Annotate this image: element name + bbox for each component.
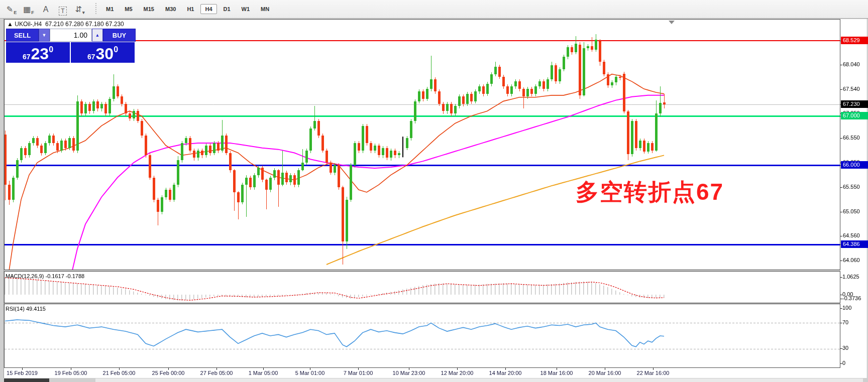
indicator-tick-label: -0.3736 xyxy=(842,295,861,301)
time-tick-label: 22 Mar 16:00 xyxy=(629,370,677,376)
price-tick-label: 65.050 xyxy=(843,208,860,214)
price-tick-label: 67.540 xyxy=(843,86,860,92)
text-label-icon[interactable]: A xyxy=(39,2,53,16)
timeframe-button-h1[interactable]: H1 xyxy=(182,4,198,14)
sell-price-sup: 0 xyxy=(49,42,53,57)
timeframe-buttons-group: M1M5M15M30H1H4D1W1MN xyxy=(100,4,275,14)
time-tick-label: 27 Feb 05:00 xyxy=(192,370,241,376)
edit-objects-icon[interactable]: ✎E xyxy=(5,2,19,16)
volume-increase-button[interactable]: ▲ xyxy=(92,29,103,42)
indicator-tick-label: 30 xyxy=(842,345,848,351)
buy-price-display[interactable]: 67 30 0 xyxy=(71,42,135,63)
sell-button[interactable]: SELL xyxy=(6,29,39,42)
indicator-tick-label: 0 xyxy=(842,360,845,366)
price-level-badge: 68.529 xyxy=(841,37,868,44)
buy-button[interactable]: BUY xyxy=(103,29,136,42)
time-tick-label: 14 Mar 20:00 xyxy=(481,370,529,376)
price-tick-label: 66.550 xyxy=(843,135,860,141)
buy-price-prefix: 67 xyxy=(87,52,95,62)
timeframe-button-mn[interactable]: MN xyxy=(256,4,274,14)
rsi-indicator-label: RSI(14) 49.4115 xyxy=(6,306,46,312)
time-tick-label: 5 Mar 01:00 xyxy=(286,370,334,376)
drawing-tools-group: ✎E▦FAT⇵▾ xyxy=(3,2,88,16)
arrows-tool-icon[interactable]: ⇵▾ xyxy=(73,2,87,16)
chart-tab-segment[interactable] xyxy=(50,378,94,382)
price-tick-label: 64.060 xyxy=(843,257,860,263)
time-tick-label: 7 Mar 01:00 xyxy=(334,370,382,376)
top-toolbar: ✎E▦FAT⇵▾ M1M5M15M30H1H4D1W1MN xyxy=(0,0,868,19)
chart-symbol-header: ▲ UKOil-,H4 67.210 67.280 67.180 67.230 xyxy=(7,21,124,28)
volume-decrease-button[interactable]: ▼ xyxy=(39,29,50,42)
time-tick-label: 20 Mar 16:00 xyxy=(581,370,629,376)
time-tick-label: 18 Mar 16:00 xyxy=(532,370,581,376)
toolbar-separator xyxy=(95,3,96,15)
timeframe-button-w1[interactable]: W1 xyxy=(237,4,255,14)
price-tick-label: 65.550 xyxy=(843,184,860,190)
chart-annotation-text: 多空转折点67 xyxy=(576,177,724,208)
buy-price-sup: 0 xyxy=(114,42,118,57)
buy-price-main: 30 xyxy=(96,46,114,62)
timeframe-button-d1[interactable]: D1 xyxy=(219,4,235,14)
time-tick-label: 21 Feb 05:00 xyxy=(95,370,143,376)
indicator-tick-label: 1.0625 xyxy=(842,274,859,280)
price-level-badge: 67.000 xyxy=(841,112,868,119)
text-box-icon[interactable]: T xyxy=(56,2,70,16)
indicator-tick-label: 70 xyxy=(842,319,848,325)
time-tick-label: 1 Mar 05:00 xyxy=(239,370,287,376)
grid-fibo-icon[interactable]: ▦F xyxy=(22,2,36,16)
timeframe-button-m15[interactable]: M15 xyxy=(139,4,159,14)
one-click-trading-panel: SELL ▼ 1.00 ▲ BUY 67 23 0 67 30 0 xyxy=(6,29,136,63)
price-tick-label: 64.560 xyxy=(843,232,860,238)
sell-price-prefix: 67 xyxy=(23,52,31,62)
price-level-badge: 64.386 xyxy=(841,240,868,248)
timeframe-button-h4[interactable]: H4 xyxy=(200,4,216,14)
price-level-badge: 67.230 xyxy=(841,100,868,108)
volume-input[interactable]: 1.00 xyxy=(50,29,92,42)
timeframe-button-m5[interactable]: M5 xyxy=(120,4,137,14)
time-tick-label: 15 Feb 2019 xyxy=(0,370,46,376)
sell-price-display[interactable]: 67 23 0 xyxy=(6,42,70,63)
ohlc-values: 67.210 67.280 67.180 67.230 xyxy=(45,21,124,28)
sell-price-main: 23 xyxy=(31,46,49,62)
chart-tab-segment[interactable] xyxy=(4,378,49,382)
price-tick-label: 68.040 xyxy=(843,61,860,67)
macd-indicator-label: MACD(12,26,9) -0.1617 -0.1788 xyxy=(6,273,84,279)
indicator-tick-label: 100 xyxy=(842,305,851,311)
time-tick-label: 25 Feb 00:00 xyxy=(144,370,192,376)
chart-tab-segment[interactable] xyxy=(95,378,863,382)
collapse-triangle-icon[interactable]: ▲ xyxy=(7,21,13,28)
timeframe-button-m1[interactable]: M1 xyxy=(101,4,118,14)
symbol-timeframe-label: UKOil-,H4 xyxy=(15,21,42,28)
timeframe-button-m30[interactable]: M30 xyxy=(161,4,180,14)
time-tick-label: 19 Feb 05:00 xyxy=(47,370,95,376)
price-level-badge: 66.000 xyxy=(841,161,868,169)
time-tick-label: 12 Mar 20:00 xyxy=(433,370,481,376)
time-tick-label: 10 Mar 23:00 xyxy=(385,370,433,376)
chart-window: ✎E▦FAT⇵▾ M1M5M15M30H1H4D1W1MN ▲ UKOil-,H… xyxy=(0,0,868,382)
bottom-tab-strip[interactable] xyxy=(0,378,868,382)
